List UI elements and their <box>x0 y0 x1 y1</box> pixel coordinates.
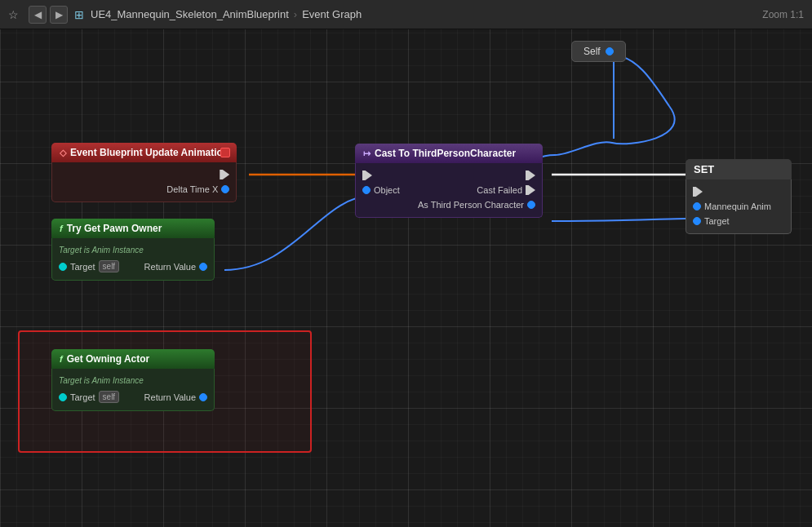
get-owning-actor-body: Target is Anim Instance Target self Retu… <box>51 369 215 411</box>
nav-buttons: ◀ ▶ <box>29 6 68 24</box>
event-node-header: ◇ Event Blueprint Update Animation <box>51 143 237 162</box>
try-get-pawn-body: Target is Anim Instance Target self Retu… <box>51 238 215 281</box>
pawn-return-pin[interactable] <box>199 263 207 271</box>
try-get-pawn-node[interactable]: f Try Get Pawn Owner Target is Anim Inst… <box>51 219 215 281</box>
event-node-title: Event Blueprint Update Animation <box>70 147 229 158</box>
event-exec-row <box>59 167 229 182</box>
set-node-title: SET <box>694 163 714 175</box>
get-owning-actor-target-row: Target self Return Value <box>59 388 207 405</box>
event-icon: ◇ <box>60 148 66 158</box>
set-exec-row <box>693 184 784 199</box>
deltatime-label: Delta Time X <box>166 184 218 194</box>
pawn-return-label: Return Value <box>144 262 196 272</box>
set-node-body: Mannequin Anim Target <box>686 179 792 234</box>
blueprint-icon: ⊞ <box>74 8 84 21</box>
event-stop-icon <box>220 148 230 157</box>
forward-button[interactable]: ▶ <box>50 6 68 24</box>
pawn-self-tag: self <box>99 260 120 272</box>
actor-target-label: Target <box>70 392 95 402</box>
back-button[interactable]: ◀ <box>29 6 47 24</box>
try-get-pawn-title: Try Get Pawn Owner <box>67 223 162 234</box>
func-icon-actor: f <box>60 354 63 364</box>
self-output-pin[interactable] <box>606 47 614 55</box>
breadcrumb: UE4_Mannequin_Skeleton_AnimBlueprint › E… <box>91 8 362 20</box>
get-owning-actor-header: f Get Owning Actor <box>51 349 215 369</box>
cast-exec-in-pin[interactable] <box>362 170 372 180</box>
actor-return-pin[interactable] <box>199 393 207 401</box>
get-owning-actor-title: Get Owning Actor <box>67 353 150 365</box>
breadcrumb-graph: Event Graph <box>302 8 362 20</box>
cast-node[interactable]: ↦ Cast To ThirdPersonCharacter Object Ca… <box>355 144 543 218</box>
event-exec-out-pin[interactable] <box>220 170 229 179</box>
cast-failed-label: Cast Failed <box>477 185 522 195</box>
cast-node-body: Object Cast Failed As Third Person Chara… <box>355 163 543 218</box>
get-owning-actor-subtitle: Target is Anim Instance <box>59 376 144 385</box>
set-exec-in-pin[interactable] <box>693 187 703 197</box>
set-mannequin-row: Mannequin Anim <box>693 199 784 214</box>
self-label: Self <box>583 46 601 57</box>
actor-target-in-pin[interactable] <box>59 393 67 401</box>
cast-node-title: Cast To ThirdPersonCharacter <box>375 148 516 159</box>
cast-object-label: Object <box>374 185 400 195</box>
cast-object-pin[interactable] <box>362 186 371 194</box>
actor-self-tag: self <box>99 391 120 403</box>
cast-object-row: Object Cast Failed <box>362 183 535 197</box>
cast-as-label: As Third Person Character <box>418 200 524 210</box>
set-target-row: Target <box>693 214 784 228</box>
try-get-pawn-target-row: Target self Return Value <box>59 258 207 275</box>
cast-as-row: As Third Person Character <box>362 197 535 212</box>
func-icon-pawn: f <box>60 224 63 233</box>
set-mannequin-label: Mannequin Anim <box>704 202 771 211</box>
get-owning-actor-node[interactable]: f Get Owning Actor Target is Anim Instan… <box>51 349 215 411</box>
cast-failed-pin[interactable] <box>526 185 535 195</box>
pawn-target-label: Target <box>70 262 95 272</box>
cast-node-header: ↦ Cast To ThirdPersonCharacter <box>355 144 543 163</box>
pawn-target-in-pin[interactable] <box>59 263 67 271</box>
set-mannequin-pin[interactable] <box>693 202 701 210</box>
breadcrumb-project: UE4_Mannequin_Skeleton_AnimBlueprint <box>91 8 289 20</box>
breadcrumb-separator: › <box>294 8 297 20</box>
zoom-label: Zoom 1:1 <box>762 9 804 20</box>
set-target-pin[interactable] <box>693 217 701 225</box>
cast-icon: ↦ <box>363 148 371 159</box>
cast-exec-row <box>362 168 535 183</box>
event-deltatime-row: Delta Time X <box>59 182 229 197</box>
try-get-pawn-subtitle: Target is Anim Instance <box>59 246 144 255</box>
set-node-header: SET <box>686 159 792 179</box>
set-target-label: Target <box>704 216 730 226</box>
event-node[interactable]: ◇ Event Blueprint Update Animation Delta… <box>51 143 237 202</box>
cast-exec-out-pin[interactable] <box>526 170 535 180</box>
set-node[interactable]: SET Mannequin Anim Target <box>686 159 792 234</box>
event-node-body: Delta Time X <box>51 162 237 202</box>
cast-as-pin[interactable] <box>527 201 535 209</box>
topbar: ☆ ◀ ▶ ⊞ UE4_Mannequin_Skeleton_AnimBluep… <box>0 0 812 29</box>
deltatime-pin[interactable] <box>221 185 229 193</box>
actor-return-label: Return Value <box>144 392 196 402</box>
self-node: Self <box>571 41 626 62</box>
star-icon[interactable]: ☆ <box>8 8 19 21</box>
try-get-pawn-header: f Try Get Pawn Owner <box>51 219 215 238</box>
